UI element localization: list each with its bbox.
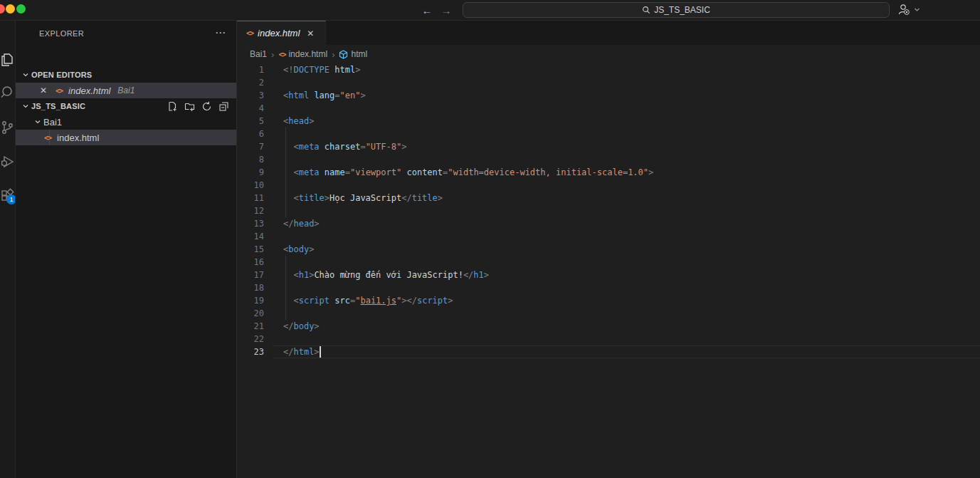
line-number: 10	[237, 179, 264, 192]
code-line[interactable]: <body>	[283, 243, 980, 256]
tree-folder-bai1[interactable]: Bai1	[16, 114, 236, 130]
open-editor-detail: Bai1	[117, 85, 135, 95]
line-number: 4	[237, 102, 264, 115]
explorer-sidebar: EXPLORER ⋯ OPEN EDITORS ✕ <> index.html …	[16, 21, 237, 478]
code-line[interactable]: </body>	[283, 320, 980, 333]
title-bar: ← → JS_TS_BASIC	[0, 0, 980, 21]
code-editor[interactable]: 1234567891011121314151617181920212223 <!…	[237, 63, 980, 478]
code-line[interactable]: </head>	[283, 217, 980, 230]
code-line[interactable]	[283, 333, 980, 345]
tab-bar: <> index.html ✕	[237, 21, 980, 45]
code-line[interactable]	[283, 281, 980, 294]
line-number: 3	[237, 89, 264, 102]
account-menu[interactable]	[897, 3, 920, 16]
breadcrumb-separator: ›	[271, 49, 274, 60]
vscode-window: ← → JS_TS_BASIC	[0, 0, 980, 478]
window-close-button[interactable]	[0, 4, 5, 14]
code-line[interactable]	[283, 179, 980, 192]
window-minimize-button[interactable]	[6, 4, 15, 14]
code-line[interactable]: <h1>Chào mừng đến với JavaScript!</h1>	[283, 269, 980, 281]
code-line[interactable]: <head>	[283, 115, 980, 128]
tree-file-index-html[interactable]: <> index.html	[16, 130, 236, 145]
open-editor-name: index.html	[68, 85, 110, 96]
source-control-icon[interactable]	[0, 119, 16, 136]
navigate-forward-button[interactable]: →	[439, 3, 453, 17]
breadcrumb-separator: ›	[332, 49, 334, 60]
new-file-icon[interactable]	[167, 101, 178, 112]
new-folder-icon[interactable]	[184, 101, 195, 112]
search-icon	[642, 6, 650, 14]
collapse-all-icon[interactable]	[218, 101, 229, 112]
line-number: 11	[237, 192, 264, 204]
account-icon	[897, 3, 911, 16]
close-editor-icon[interactable]: ✕	[40, 85, 47, 95]
tree-indent-guide	[49, 130, 50, 145]
line-number: 7	[237, 140, 264, 153]
tab-label: index.html	[258, 28, 300, 38]
line-number: 19	[237, 294, 264, 307]
search-view-icon[interactable]	[0, 83, 16, 100]
open-editor-item[interactable]: ✕ <> index.html Bai1	[16, 83, 236, 98]
close-tab-icon[interactable]: ✕	[307, 28, 314, 38]
sidebar-title: EXPLORER	[39, 29, 84, 38]
code-line[interactable]: <title>Học JavaScript</title>	[283, 192, 980, 204]
code-line[interactable]	[283, 204, 980, 217]
line-number: 15	[237, 243, 264, 256]
code-line[interactable]	[283, 76, 980, 89]
line-number: 8	[237, 153, 264, 166]
code-line[interactable]	[283, 256, 980, 269]
line-number: 6	[237, 128, 264, 140]
line-number: 16	[237, 256, 264, 269]
activity-bar: 1	[0, 21, 16, 478]
line-number: 1	[237, 63, 264, 76]
more-actions-icon[interactable]: ⋯	[215, 26, 226, 39]
code-line[interactable]	[283, 307, 980, 320]
code-line[interactable]: <meta name="viewport" content="width=dev…	[283, 166, 980, 179]
explorer-icon[interactable]	[0, 51, 16, 68]
chevron-down-icon	[914, 6, 920, 13]
editor-group: <> index.html ✕ Bai1 › <> index.html ›	[237, 21, 980, 478]
code-line[interactable]: <html lang="en">	[283, 89, 980, 102]
line-number: 12	[237, 204, 264, 217]
breadcrumb-symbol-html[interactable]: html	[339, 49, 367, 59]
gutter: 1234567891011121314151617181920212223	[237, 63, 264, 358]
breadcrumb-file[interactable]: <> index.html	[278, 49, 327, 59]
refresh-icon[interactable]	[201, 101, 212, 112]
line-number: 18	[237, 281, 264, 294]
html-file-icon: <>	[246, 29, 253, 37]
command-center-search[interactable]: JS_TS_BASIC	[463, 2, 890, 18]
code-line[interactable]: <meta charset="UTF-8">	[283, 140, 980, 153]
code-line[interactable]	[283, 230, 980, 243]
chevron-down-icon	[32, 118, 43, 125]
open-editors-section-header[interactable]: OPEN EDITORS	[16, 67, 236, 83]
code-lines: <!DOCTYPE html><html lang="en"><head> <m…	[283, 63, 980, 358]
code-line[interactable]: </html>	[283, 345, 980, 358]
tree-file-label: index.html	[57, 133, 99, 143]
extensions-badge: 1	[6, 194, 16, 204]
window-zoom-button[interactable]	[16, 4, 26, 14]
line-number: 9	[237, 166, 264, 179]
line-number: 21	[237, 320, 264, 333]
chevron-down-icon	[20, 71, 31, 78]
html-file-icon: <>	[56, 87, 63, 95]
code-line[interactable]	[283, 128, 980, 140]
line-number: 20	[237, 307, 264, 320]
breadcrumb: Bai1 › <> index.html › html	[237, 45, 980, 63]
line-number: 2	[237, 76, 264, 89]
line-number: 5	[237, 115, 264, 128]
code-line[interactable]: <!DOCTYPE html>	[283, 63, 980, 76]
line-number: 17	[237, 269, 264, 281]
workspace-section-header[interactable]: JS_TS_BASIC	[16, 98, 236, 114]
navigate-back-button[interactable]: ←	[420, 3, 434, 17]
code-line[interactable]	[283, 153, 980, 166]
tab-index-html[interactable]: <> index.html ✕	[237, 21, 326, 45]
code-line[interactable]: <script src="bai1.js"></script>	[283, 294, 980, 307]
line-number: 13	[237, 217, 264, 230]
breadcrumb-folder[interactable]: Bai1	[250, 49, 267, 59]
html-file-icon: <>	[278, 51, 285, 58]
run-debug-icon[interactable]	[0, 153, 16, 170]
symbol-cube-icon	[339, 50, 348, 59]
text-cursor	[320, 346, 321, 358]
code-line[interactable]	[283, 102, 980, 115]
line-number: 23	[237, 345, 264, 358]
